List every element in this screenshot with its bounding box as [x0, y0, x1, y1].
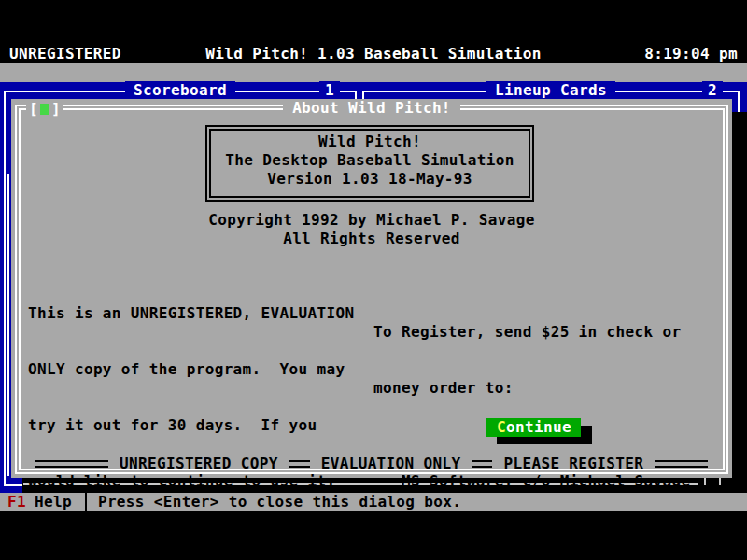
banner-text: EVALUATION ONLY [321, 455, 461, 473]
banner-text: PLEASE REGISTER [503, 455, 643, 473]
title-bar: UNREGISTERED Wild Pitch! 1.03 Baseball S… [0, 45, 747, 63]
separator-line [655, 460, 708, 468]
window-number: 1 [319, 81, 340, 100]
close-button[interactable]: [] [26, 100, 63, 119]
copyright-line: Copyright 1992 by Michael P. Savage [11, 211, 732, 230]
help-bar: F1 Help Press <Enter> to close this dial… [0, 493, 747, 511]
app-title: Wild Pitch! 1.03 Baseball Simulation [0, 45, 747, 63]
separator-line [472, 460, 492, 468]
desktop: Scoreboard 1 Lineup Cards 2 About Wild P… [0, 82, 747, 511]
screen: UNREGISTERED Wild Pitch! 1.03 Baseball S… [0, 0, 747, 560]
rights-line: All Rights Reserved [11, 230, 732, 248]
separator-line [289, 460, 310, 468]
f1-key-label: Help [35, 493, 72, 511]
about-dialog: About Wild Pitch! [] Wild Pitch! The Des… [11, 99, 732, 478]
continue-button[interactable]: Continue [486, 418, 581, 437]
dialog-title: About Wild Pitch! [11, 99, 732, 118]
f1-key[interactable]: F1 [7, 493, 26, 511]
program-subtitle: The Desktop Baseball Simulation [211, 151, 529, 170]
clock: 8:19:04 pm [644, 45, 738, 63]
window-title: Scoreboard [6, 81, 355, 100]
program-name: Wild Pitch! [211, 133, 529, 151]
banner-text: UNREGISTERED COPY [120, 455, 278, 473]
status-message: Press <Enter> to close this dialog box. [98, 493, 461, 511]
registration-banner: UNREGISTERED COPY EVALUATION ONLY PLEASE… [35, 454, 708, 474]
close-icon [40, 104, 49, 115]
version-box: Wild Pitch! The Desktop Baseball Simulat… [205, 125, 534, 202]
evaluation-text: This is an UNREGISTERED, EVALUATION ONLY… [28, 267, 354, 560]
window-title: Lineup Cards [364, 81, 738, 100]
dialog-shadow-right [732, 112, 747, 493]
helpbar-divider [85, 493, 87, 511]
window-border-fragment [7, 174, 9, 476]
menu-bar: Game Visitors Home Stats Options Window … [0, 63, 747, 82]
separator-line [35, 460, 108, 468]
window-number: 2 [702, 81, 723, 100]
program-version: Version 1.03 18-May-93 [211, 170, 529, 189]
